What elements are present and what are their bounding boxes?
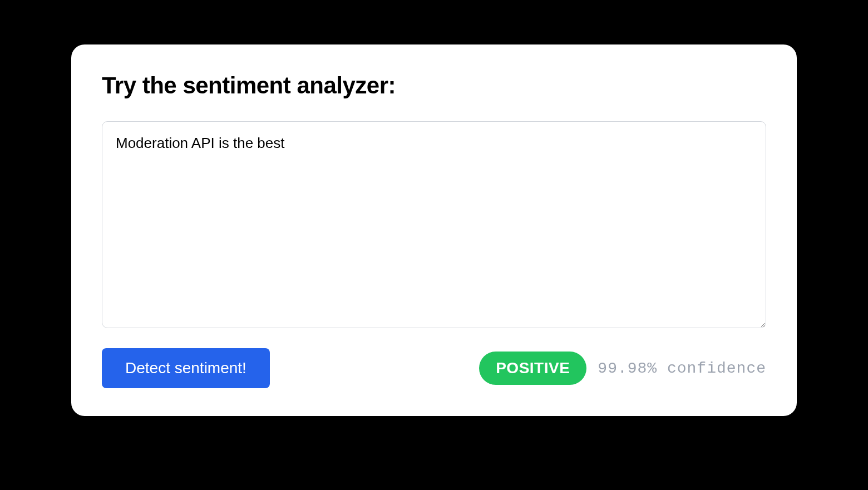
page-title: Try the sentiment analyzer: <box>102 72 766 99</box>
sentiment-badge: POSITIVE <box>479 352 586 385</box>
detect-sentiment-button[interactable]: Detect sentiment! <box>102 348 270 388</box>
footer-row: Detect sentiment! POSITIVE 99.98% confid… <box>102 348 766 388</box>
confidence-text: 99.98% confidence <box>598 360 766 377</box>
result-group: POSITIVE 99.98% confidence <box>479 352 766 385</box>
sentiment-analyzer-card: Try the sentiment analyzer: Detect senti… <box>71 44 797 416</box>
sentiment-input[interactable] <box>102 121 766 328</box>
